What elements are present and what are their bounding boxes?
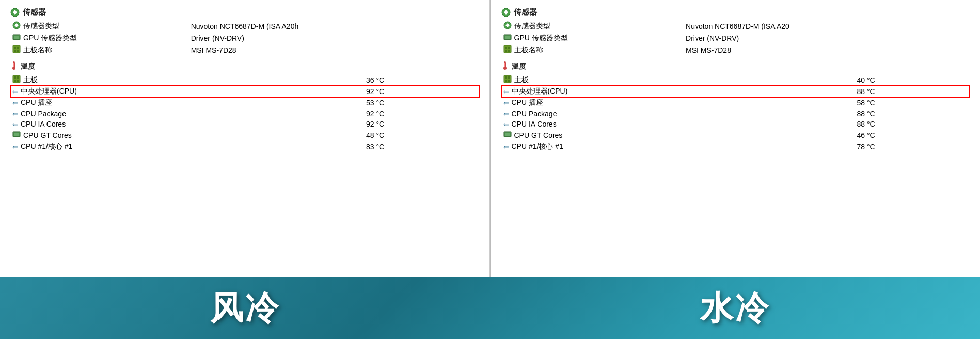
- left-temp-cpu-label: 中央处理器(CPU): [21, 87, 77, 96]
- left-sensor-icon: [10, 8, 20, 17]
- right-temp-cpu-row: ⇐ 中央处理器(CPU) 88 °C: [501, 86, 970, 97]
- left-temp-core1-row: ⇐ CPU #1/核心 #1 83 °C: [10, 141, 479, 152]
- svg-rect-30: [505, 50, 507, 52]
- svg-rect-5: [14, 36, 19, 39]
- svg-rect-31: [508, 50, 510, 52]
- right-temp-section: 温度: [501, 61, 970, 152]
- left-sensor-title: 传感器: [23, 7, 46, 17]
- left-gpu-sensor-label: GPU 传感器类型: [23, 34, 77, 43]
- left-temp-cpupkg-value: 92 °C: [364, 109, 479, 119]
- right-temp-title: 温度: [512, 62, 526, 71]
- left-temp-table: 主板 36 °C ⇐ 中央处理器(CPU) 92 °C: [10, 74, 479, 152]
- right-temp-cpu-label: 中央处理器(CPU): [512, 87, 568, 96]
- svg-rect-29: [508, 47, 510, 49]
- left-temp-header: 温度: [10, 61, 479, 72]
- left-temp-cpu-row: ⇐ 中央处理器(CPU) 92 °C: [10, 86, 479, 97]
- left-temp-cpuia-label: CPU IA Cores: [21, 120, 66, 128]
- svg-rect-10: [17, 50, 19, 52]
- left-temp-cpuia-value: 92 °C: [364, 119, 479, 129]
- svg-rect-20: [14, 133, 19, 136]
- left-sensor-header: 传感器: [10, 7, 479, 17]
- left-mb-name-row: 主板名称 MSI MS-7D28: [10, 44, 479, 56]
- svg-rect-17: [14, 80, 16, 82]
- left-temp-cpupkg-label: CPU Package: [21, 110, 66, 118]
- left-mb-name-value: MSI MS-7D28: [189, 44, 479, 56]
- left-temp-mb-icon: [12, 75, 21, 85]
- right-temp-cpupkg-row: ⇐ CPU Package 88 °C: [501, 109, 970, 119]
- right-panel: 传感器 传感器类型 Nuvoton NCT6687D-M (I: [491, 0, 981, 277]
- right-gpu-sensor-icon: [503, 33, 512, 43]
- left-mb-name-label: 主板名称: [23, 45, 52, 55]
- right-temp-cpugt-row: CPU GT Cores 46 °C: [501, 129, 970, 141]
- right-sensor-icon: [501, 8, 511, 17]
- right-temp-mb-label: 主板: [514, 75, 529, 85]
- right-sensor-type-row: 传感器类型 Nuvoton NCT6687D-M (ISA A20: [501, 20, 970, 32]
- right-temp-cpupkg-value: 88 °C: [855, 109, 970, 119]
- left-sensor-type-icon: [12, 21, 21, 31]
- left-temp-title: 温度: [21, 62, 35, 71]
- svg-point-33: [503, 67, 507, 70]
- right-temp-cpuia-value: 88 °C: [855, 119, 970, 129]
- right-temp-mb-row: 主板 40 °C: [501, 74, 970, 86]
- svg-rect-9: [14, 50, 16, 52]
- left-panel: 传感器 传感器类型 Nuvoton NCT6687D-M (I: [0, 0, 490, 277]
- left-gpu-sensor-icon: [12, 33, 21, 43]
- right-gpu-sensor-label: GPU 传感器类型: [514, 34, 568, 43]
- right-temp-cpugt-label: CPU GT Cores: [514, 131, 563, 140]
- left-temp-cpugt-row: CPU GT Cores 48 °C: [10, 129, 479, 141]
- left-temp-cpusocket-icon: ⇐: [12, 99, 18, 107]
- svg-rect-15: [14, 76, 16, 79]
- right-temp-mb-value: 40 °C: [855, 74, 970, 86]
- svg-rect-26: [505, 36, 510, 39]
- left-temp-core1-value: 83 °C: [364, 141, 479, 152]
- left-mb-name-icon: [12, 45, 21, 55]
- right-sensor-header: 传感器: [501, 7, 970, 17]
- left-sensor-type-value: Nuvoton NCT6687D-M (ISA A20h: [189, 20, 479, 32]
- right-temp-icon: [501, 61, 509, 72]
- left-temp-cpugt-label: CPU GT Cores: [23, 131, 72, 140]
- right-gpu-sensor-row: GPU 传感器类型 Driver (NV-DRV): [501, 32, 970, 44]
- left-sensor-table: 传感器类型 Nuvoton NCT6687D-M (ISA A20h: [10, 20, 479, 56]
- right-temp-header: 温度: [501, 61, 970, 72]
- right-temp-cpu-icon: ⇐: [503, 88, 509, 96]
- right-sensor-type-value: Nuvoton NCT6687D-M (ISA A20: [684, 20, 970, 32]
- right-temp-cpusocket-icon: ⇐: [503, 99, 509, 107]
- svg-point-12: [12, 67, 15, 70]
- left-temp-core1-icon: ⇐: [12, 143, 18, 151]
- left-temp-cpusocket-label: CPU 插座: [21, 98, 52, 107]
- right-temp-cpupkg-icon: ⇐: [503, 110, 509, 118]
- right-temp-cpusocket-row: ⇐ CPU 插座 58 °C: [501, 97, 970, 109]
- right-temp-cpugt-value: 46 °C: [855, 129, 970, 141]
- svg-rect-7: [14, 47, 16, 49]
- right-temp-core1-value: 78 °C: [855, 141, 970, 152]
- left-temp-icon: [10, 61, 18, 72]
- right-sensor-title: 传感器: [514, 7, 537, 17]
- right-temp-mb-icon: [503, 75, 512, 85]
- left-temp-cpupkg-icon: ⇐: [12, 110, 18, 118]
- right-temp-cpusocket-value: 58 °C: [855, 97, 970, 109]
- left-temp-mb-label: 主板: [23, 75, 38, 85]
- right-temp-table: 主板 40 °C ⇐ 中央处理器(CPU) 88 °C: [501, 74, 970, 152]
- right-temp-cpusocket-label: CPU 插座: [512, 98, 543, 107]
- left-temp-cpupkg-row: ⇐ CPU Package 92 °C: [10, 109, 479, 119]
- svg-rect-39: [508, 80, 510, 82]
- left-temp-cpu-value: 92 °C: [364, 86, 479, 97]
- svg-rect-28: [505, 47, 507, 49]
- svg-rect-13: [13, 63, 14, 67]
- right-sensor-table: 传感器类型 Nuvoton NCT6687D-M (ISA A20 G: [501, 20, 970, 56]
- left-temp-cpuia-icon: ⇐: [12, 120, 18, 128]
- left-temp-core1-label: CPU #1/核心 #1: [21, 142, 72, 151]
- right-temp-cpuia-row: ⇐ CPU IA Cores 88 °C: [501, 119, 970, 129]
- svg-rect-36: [505, 76, 507, 79]
- svg-rect-8: [17, 47, 19, 49]
- left-temp-mb-row: 主板 36 °C: [10, 74, 479, 86]
- bottom-labels-area: 风冷 水冷: [0, 277, 980, 339]
- svg-rect-34: [504, 63, 505, 67]
- right-temp-core1-row: ⇐ CPU #1/核心 #1 78 °C: [501, 141, 970, 152]
- left-temp-mb-value: 36 °C: [364, 74, 479, 86]
- right-cooling-label: 水冷: [700, 286, 770, 331]
- left-sensor-type-label: 传感器类型: [23, 22, 59, 31]
- right-gpu-sensor-value: Driver (NV-DRV): [684, 32, 970, 44]
- right-sensor-type-label: 传感器类型: [514, 22, 550, 31]
- right-temp-cpu-value: 88 °C: [855, 86, 970, 97]
